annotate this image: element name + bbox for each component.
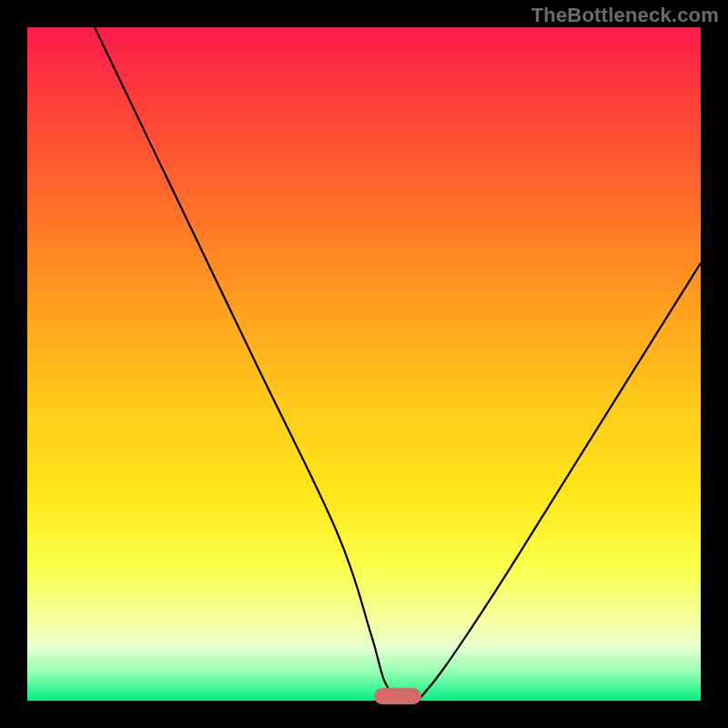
bottleneck-curve [27, 27, 701, 701]
curve-left-branch [95, 27, 398, 701]
chart-frame: TheBottleneck.com [0, 0, 728, 728]
watermark-text: TheBottleneck.com [531, 4, 719, 27]
plot-area [27, 27, 701, 701]
curve-right-branch [418, 263, 701, 701]
optimal-marker [374, 688, 421, 704]
